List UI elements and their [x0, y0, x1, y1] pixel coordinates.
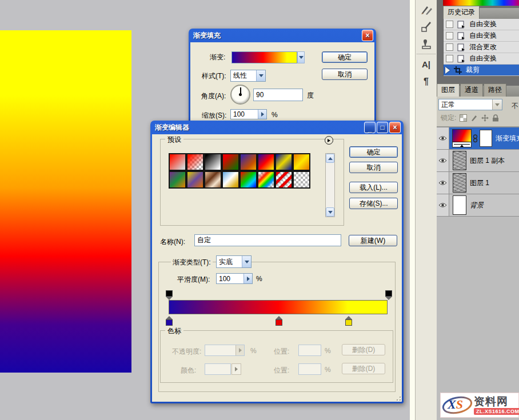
- clone-stamp-icon[interactable]: [418, 36, 435, 51]
- color-stop-blue[interactable]: [165, 316, 173, 326]
- angle-dial[interactable]: [230, 85, 250, 105]
- gradient-preset-swatch[interactable]: [275, 171, 293, 189]
- scroll-down-icon[interactable]: [326, 207, 334, 217]
- gradient-dropdown-arrow[interactable]: [297, 51, 305, 63]
- visibility-eye-icon[interactable]: [437, 127, 449, 149]
- tool-presets-icon[interactable]: [418, 19, 435, 34]
- presets-scrollbar[interactable]: [325, 153, 335, 217]
- scroll-up-icon[interactable]: [326, 154, 334, 163]
- chevron-down-icon[interactable]: [256, 70, 265, 81]
- gradient-preset-swatch[interactable]: [169, 171, 186, 189]
- gradient-editing-bar[interactable]: [169, 300, 388, 314]
- history-item-selected[interactable]: 裁剪: [444, 65, 519, 76]
- history-item[interactable]: 自由变换: [444, 30, 519, 42]
- tab-layers[interactable]: 图层: [437, 83, 460, 97]
- layer-name[interactable]: 背景: [470, 201, 484, 210]
- layer-mask-thumbnail[interactable]: [480, 130, 492, 147]
- tab-history[interactable]: 历史记录: [443, 6, 480, 19]
- lock-all-icon[interactable]: [492, 114, 499, 122]
- layer-thumbnail[interactable]: [453, 195, 466, 215]
- gradient-type-select[interactable]: 实底: [216, 255, 251, 268]
- layer-row[interactable]: 图层 1: [437, 172, 519, 194]
- gradient-preset-swatch[interactable]: [239, 153, 257, 171]
- layer-mask-link-icon[interactable]: [473, 134, 478, 143]
- minimize-icon[interactable]: _: [364, 122, 376, 133]
- free-transform-icon: [457, 32, 465, 40]
- lock-pixels-icon[interactable]: [470, 114, 478, 122]
- opacity-stop[interactable]: [165, 290, 173, 300]
- gradient-preset-swatch[interactable]: [204, 171, 222, 189]
- gradient-fill-titlebar[interactable]: 渐变填充 ×: [190, 29, 374, 42]
- visibility-eye-icon[interactable]: [437, 172, 449, 194]
- chevron-down-icon[interactable]: [492, 99, 502, 110]
- paragraph-palette-icon[interactable]: ¶: [418, 74, 435, 89]
- layer-row-background[interactable]: 背景: [437, 194, 519, 217]
- opacity-stop[interactable]: [385, 290, 393, 300]
- lock-transparency-icon[interactable]: [460, 114, 467, 122]
- gradient-editor-titlebar[interactable]: 渐变编辑器 _ □ ×: [152, 121, 402, 134]
- color-stop-yellow[interactable]: [345, 316, 353, 326]
- color-ramp-strip[interactable]: [443, 0, 519, 6]
- visibility-eye-icon[interactable]: [437, 194, 449, 216]
- gradient-preset-swatch[interactable]: [186, 171, 204, 189]
- lock-position-icon[interactable]: [481, 114, 489, 122]
- style-select[interactable]: 线性: [230, 70, 266, 82]
- tab-paths[interactable]: 路径: [484, 83, 506, 97]
- load-button[interactable]: 载入(L)...: [349, 182, 398, 193]
- smoothness-spinner[interactable]: 100: [216, 273, 253, 284]
- gradient-preset-swatch[interactable]: [169, 153, 186, 171]
- ok-button[interactable]: 确定: [349, 146, 398, 158]
- character-palette-icon[interactable]: A|: [418, 57, 435, 72]
- gradient-preset-swatch[interactable]: [222, 153, 239, 171]
- history-state-marker[interactable]: [445, 67, 450, 74]
- gradient-document-canvas[interactable]: [0, 30, 131, 373]
- scale-spinner[interactable]: 100: [230, 109, 267, 119]
- layer-name[interactable]: 渐变填充 1: [496, 134, 519, 143]
- spinner-arrow-icon[interactable]: [243, 274, 252, 283]
- gradient-preset-swatch[interactable]: [293, 171, 310, 189]
- maximize-icon[interactable]: □: [377, 122, 388, 133]
- history-list: 自由变换 自由变换 混合更改 自由变换: [443, 19, 519, 76]
- history-item[interactable]: 自由变换: [444, 19, 519, 30]
- chevron-down-icon[interactable]: [242, 256, 251, 267]
- new-button[interactable]: 新建(W): [349, 235, 397, 246]
- layer-row[interactable]: 图层 1 副本: [437, 150, 519, 172]
- ok-button[interactable]: 确定: [322, 51, 368, 63]
- name-input[interactable]: [194, 234, 341, 246]
- cancel-button[interactable]: 取消: [322, 69, 368, 80]
- angle-input[interactable]: [253, 89, 303, 101]
- color-stop-red[interactable]: [275, 316, 283, 326]
- gradient-preset-swatch[interactable]: [222, 171, 239, 189]
- gradient-preset-swatch[interactable]: [204, 153, 222, 171]
- history-source-checkbox[interactable]: [446, 55, 453, 62]
- cancel-button[interactable]: 取消: [349, 162, 398, 173]
- history-item[interactable]: 混合更改: [444, 42, 519, 53]
- close-icon[interactable]: ×: [389, 122, 401, 133]
- layer-thumbnail[interactable]: [453, 151, 466, 170]
- history-source-checkbox[interactable]: [446, 32, 453, 39]
- brushes-palette-icon[interactable]: [418, 2, 435, 17]
- visibility-eye-icon[interactable]: [437, 150, 449, 171]
- tab-channels[interactable]: 通道: [460, 83, 483, 97]
- layer-name[interactable]: 图层 1 副本: [470, 156, 505, 166]
- layer-name[interactable]: 图层 1: [470, 178, 489, 188]
- palette-strip-divider: [417, 54, 436, 54]
- blend-mode-select[interactable]: 正常: [438, 99, 502, 110]
- close-icon[interactable]: ×: [362, 30, 373, 41]
- gradient-preset-swatch[interactable]: [186, 153, 204, 171]
- layer-thumbnail[interactable]: [453, 173, 466, 193]
- gradient-preset-swatch[interactable]: [275, 153, 293, 171]
- spinner-arrow-icon[interactable]: [258, 110, 266, 119]
- history-source-checkbox[interactable]: [446, 43, 453, 51]
- history-item[interactable]: 自由变换: [444, 53, 519, 65]
- resize-grip[interactable]: [394, 394, 401, 401]
- gradient-preset-swatch[interactable]: [293, 153, 310, 171]
- gradient-preset-swatch[interactable]: [257, 153, 275, 171]
- gradient-preset-swatch[interactable]: [257, 171, 275, 189]
- save-button[interactable]: 存储(S)...: [349, 198, 398, 209]
- presets-menu-button[interactable]: [325, 136, 333, 145]
- gradient-preset-swatch[interactable]: [239, 171, 257, 189]
- layer-row-gradient-fill[interactable]: 渐变填充 1: [437, 127, 519, 150]
- history-source-checkbox[interactable]: [446, 21, 453, 28]
- gradient-fill-layer-thumbnail[interactable]: [452, 129, 472, 147]
